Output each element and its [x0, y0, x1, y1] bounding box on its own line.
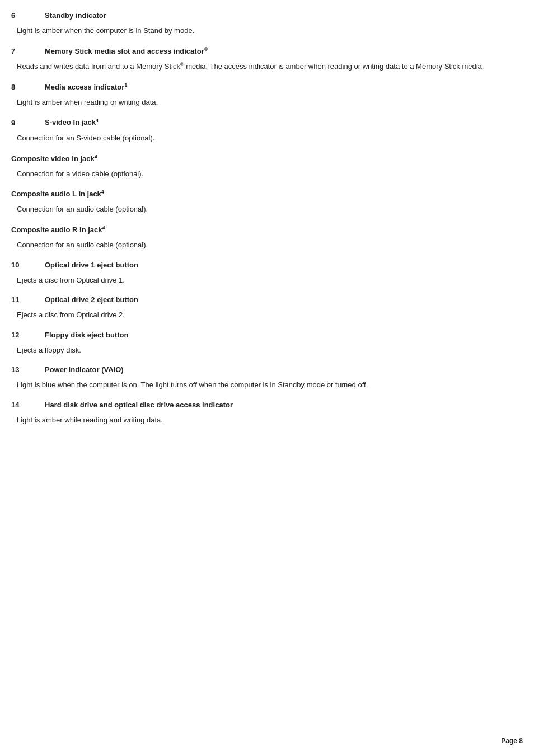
section-14-number: 14 [11, 401, 45, 409]
section-13-title: Power indicator (VAIO) [45, 365, 124, 374]
section-7-number: 7 [11, 47, 45, 55]
section-13-header: 13 Power indicator (VAIO) [11, 365, 512, 374]
section-6: 6 Standby indicator Light is amber when … [11, 11, 512, 36]
superscript-7: ® [204, 46, 208, 52]
section-10-body: Ejects a disc from Optical drive 1. [11, 275, 512, 286]
superscript-cal: 4 [101, 189, 104, 195]
section-12-body: Ejects a floppy disk. [11, 345, 512, 356]
section-14-title: Hard disk drive and optical disc drive a… [45, 401, 233, 409]
superscript-8: 1 [124, 82, 127, 88]
composite-video-header: Composite video In jack4 [11, 153, 512, 162]
section-11-title: Optical drive 2 eject button [45, 295, 138, 304]
page-footer: Page 8 [501, 737, 523, 745]
section-6-number: 6 [11, 11, 45, 20]
page-number: Page 8 [501, 737, 523, 745]
section-14-header: 14 Hard disk drive and optical disc driv… [11, 401, 512, 409]
section-12-header: 12 Floppy disk eject button [11, 331, 512, 339]
section-13: 13 Power indicator (VAIO) Light is blue … [11, 365, 512, 391]
section-8-number: 8 [11, 83, 45, 91]
composite-audio-l-header: Composite audio L In jack4 [11, 189, 512, 198]
section-8-body: Light is amber when reading or writing d… [11, 97, 512, 108]
section-11-number: 11 [11, 295, 45, 304]
section-9-header: 9 S-video In jack4 [11, 118, 512, 126]
superscript-9: 4 [96, 118, 99, 123]
section-9-body: Connection for an S-video cable (optiona… [11, 133, 512, 144]
section-13-number: 13 [11, 365, 45, 374]
section-7-body: Reads and writes data from and to a Memo… [11, 61, 512, 72]
section-composite-audio-r: Composite audio R In jack4 Connection fo… [11, 225, 512, 251]
section-11-header: 11 Optical drive 2 eject button [11, 295, 512, 304]
section-14-body: Light is amber while reading and writing… [11, 415, 512, 426]
composite-video-title: Composite video In jack4 [11, 154, 97, 163]
section-6-title: Standby indicator [45, 11, 106, 20]
section-9: 9 S-video In jack4 Connection for an S-v… [11, 118, 512, 143]
composite-audio-r-title: Composite audio R In jack4 [11, 226, 105, 234]
section-composite-audio-l: Composite audio L In jack4 Connection fo… [11, 189, 512, 215]
section-6-body: Light is amber when the computer is in S… [11, 25, 512, 36]
section-11: 11 Optical drive 2 eject button Ejects a… [11, 295, 512, 321]
composite-audio-r-body: Connection for an audio cable (optional)… [11, 240, 512, 251]
section-10-number: 10 [11, 261, 45, 269]
composite-audio-l-body: Connection for an audio cable (optional)… [11, 204, 512, 215]
section-10: 10 Optical drive 1 eject button Ejects a… [11, 261, 512, 286]
section-6-header: 6 Standby indicator [11, 11, 512, 20]
section-8-header: 8 Media access indicator1 [11, 82, 512, 91]
section-13-body: Light is blue when the computer is on. T… [11, 379, 512, 391]
section-7-header: 7 Memory Stick media slot and access ind… [11, 46, 512, 55]
section-9-title: S-video In jack4 [45, 118, 99, 126]
section-12: 12 Floppy disk eject button Ejects a flo… [11, 331, 512, 356]
superscript-car: 4 [102, 225, 105, 231]
composite-video-body: Connection for a video cable (optional). [11, 168, 512, 180]
composite-audio-l-title: Composite audio L In jack4 [11, 190, 104, 198]
section-7-title: Memory Stick media slot and access indic… [45, 46, 208, 55]
section-7: 7 Memory Stick media slot and access ind… [11, 46, 512, 72]
section-10-header: 10 Optical drive 1 eject button [11, 261, 512, 269]
section-12-number: 12 [11, 331, 45, 339]
section-8-title: Media access indicator1 [45, 82, 127, 91]
superscript-cv: 4 [95, 153, 97, 159]
section-composite-video: Composite video In jack4 Connection for … [11, 153, 512, 179]
section-9-number: 9 [11, 119, 45, 127]
section-10-title: Optical drive 1 eject button [45, 261, 138, 269]
page-content: 6 Standby indicator Light is amber when … [0, 0, 534, 458]
section-11-body: Ejects a disc from Optical drive 2. [11, 309, 512, 321]
section-12-title: Floppy disk eject button [45, 331, 129, 339]
composite-audio-r-header: Composite audio R In jack4 [11, 225, 512, 234]
section-14: 14 Hard disk drive and optical disc driv… [11, 401, 512, 426]
section-8: 8 Media access indicator1 Light is amber… [11, 82, 512, 108]
